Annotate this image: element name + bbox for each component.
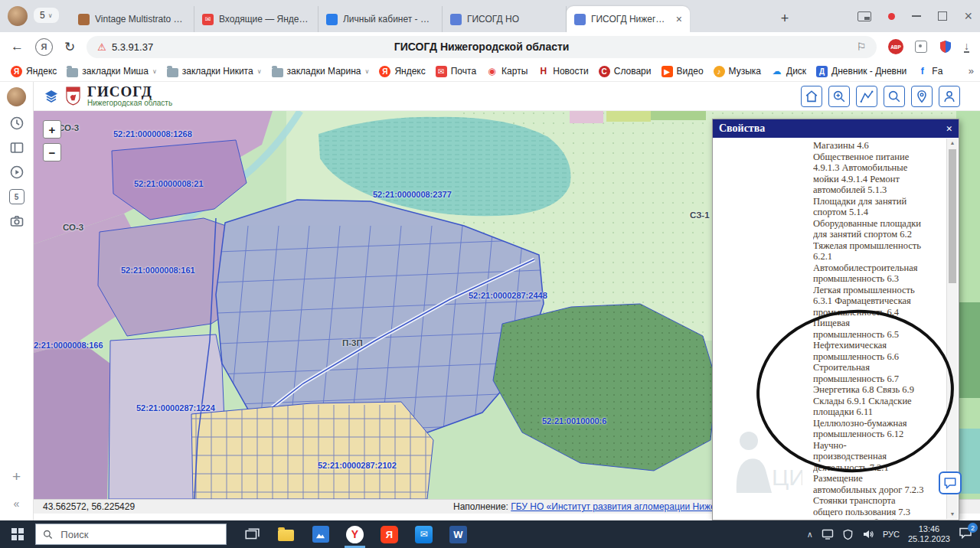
bookmark-label: Яндекс — [394, 66, 425, 77]
tab-title: Vintage Multistrato Cera — [95, 14, 186, 24]
security-shield-icon[interactable] — [842, 529, 854, 540]
media-play-icon[interactable] — [9, 165, 24, 180]
bookmark-label: Почта — [451, 66, 476, 77]
blue-app-button[interactable] — [303, 520, 338, 548]
browser-tab[interactable]: Vintage Multistrato Cera — [70, 6, 194, 32]
map-label: 52:21:0000287:1224 — [136, 403, 215, 413]
security-warning-icon[interactable]: ⚠ — [97, 41, 106, 53]
history-icon[interactable] — [9, 116, 24, 131]
task-view-button[interactable] — [234, 520, 269, 548]
browser-tab[interactable]: Личный кабинет - Мои — [318, 6, 443, 32]
bookmark-item[interactable]: ◉ Карты — [486, 66, 528, 77]
panel-scrollbar[interactable]: ▲ ▼ — [946, 139, 958, 519]
panel-close-icon[interactable]: × — [946, 122, 952, 135]
screenshot-camera-icon[interactable] — [9, 214, 24, 229]
zoom-out-button[interactable]: − — [43, 143, 61, 161]
bookmark-item[interactable]: закладки Марина ∨ — [272, 66, 370, 77]
minimize-button[interactable] — [912, 15, 921, 17]
bookmark-flag-icon[interactable]: ⚐ — [856, 41, 866, 53]
bookmark-item[interactable]: Я Яндекс — [379, 66, 425, 77]
address-bar[interactable]: ⚠ 5.3.91.37 ГИСОГД Нижегородской области… — [87, 36, 877, 58]
search-input[interactable] — [59, 528, 219, 541]
browser-tab[interactable]: ГИСОГД Нижегородск × — [567, 6, 690, 32]
browser-tab[interactable]: ГИСОГД НО — [443, 6, 567, 32]
yandex-browser-button[interactable]: Y — [338, 520, 372, 548]
layers-icon[interactable] — [44, 89, 59, 104]
extensions-icon[interactable] — [915, 41, 927, 53]
word-app-button[interactable]: W — [441, 520, 475, 548]
map-label: 2:21:0000008:166 — [34, 341, 103, 350]
tab-close-icon[interactable]: × — [676, 13, 682, 25]
profile-avatar[interactable] — [8, 6, 28, 26]
bookmarks-overflow-icon[interactable]: » — [969, 65, 974, 77]
yandex-home-button[interactable]: Я — [35, 38, 53, 56]
feedback-chat-button[interactable] — [939, 471, 962, 494]
page-title: ГИСОГД Нижегородской области — [87, 41, 877, 53]
close-window-button[interactable]: × — [964, 9, 972, 23]
app-logo: ГИСОГД Нижегородская область — [87, 85, 172, 107]
location-button[interactable] — [911, 86, 933, 107]
yandex-app-button[interactable]: Я — [372, 520, 407, 548]
back-button[interactable]: ← — [11, 39, 24, 54]
bookmark-item[interactable]: ☁ Диск — [771, 66, 806, 77]
taskbar-clock[interactable]: 13:46 25.12.2023 — [908, 524, 950, 544]
bookmark-item[interactable]: Н Новости — [537, 66, 588, 77]
volume-icon[interactable] — [862, 528, 874, 540]
property-value-line: деятельность 7.2.1 — [813, 462, 942, 474]
property-value-line: промышленность 6.12 — [813, 429, 942, 440]
property-value-line: общего пользования 7.3 — [813, 507, 942, 518]
bookmark-item[interactable]: С Словари — [599, 66, 652, 77]
zoom-controls: + − — [43, 120, 61, 161]
bookmark-favicon: ♪ — [714, 66, 725, 77]
bookmarks-bar: Я Яндекс закладки Миша ∨ закладки Никита… — [0, 61, 980, 82]
action-center-button[interactable]: 2 — [959, 527, 972, 542]
new-tab-button[interactable]: + — [775, 8, 795, 28]
download-icon[interactable]: ↓ — [964, 41, 969, 53]
zoom-in-button[interactable]: + — [43, 120, 61, 139]
institute-link[interactable]: ГБУ НО «Институт развития агломерации Ни… — [511, 501, 729, 512]
bookmark-item[interactable]: закладки Никита ∨ — [167, 66, 262, 77]
bookmark-label: Карты — [501, 66, 528, 77]
tab-count-value: 5 — [40, 10, 45, 21]
bookmark-label: закладки Марина — [287, 66, 361, 77]
zoom-extent-button[interactable] — [828, 86, 850, 107]
start-button[interactable] — [0, 520, 35, 548]
mail-app-button[interactable]: ✉ — [407, 520, 441, 548]
bookmark-item[interactable]: ✉ Почта — [436, 66, 476, 77]
browser-tab[interactable]: ✉ Входящие — Яндекс По — [194, 6, 318, 32]
bookmark-item[interactable]: Я Яндекс — [11, 66, 57, 77]
bookmark-item[interactable]: f Fa — [916, 66, 942, 77]
bookmark-item[interactable]: ♪ Музыка — [714, 66, 761, 77]
refresh-button[interactable]: ↻ — [64, 39, 75, 55]
panels-icon[interactable] — [9, 140, 24, 155]
panel-title-bar[interactable]: Свойства × — [713, 119, 959, 138]
scrollbar-thumb[interactable] — [949, 149, 956, 283]
display-icon[interactable] — [822, 528, 834, 540]
search-button[interactable] — [884, 86, 905, 107]
taskbar-search[interactable] — [35, 524, 227, 545]
language-indicator[interactable]: РУС — [883, 530, 900, 539]
measure-button[interactable] — [856, 86, 877, 107]
sidebar-avatar[interactable] — [7, 87, 26, 106]
home-button[interactable] — [801, 86, 822, 107]
bookmark-item[interactable]: закладки Миша ∨ — [67, 66, 156, 77]
adblock-badge[interactable]: ABP — [888, 39, 903, 54]
tab-favicon — [326, 14, 338, 25]
tab-favicon — [574, 14, 586, 25]
protect-shield-icon[interactable] — [939, 40, 952, 54]
file-explorer-button[interactable] — [269, 520, 303, 548]
tray-expand-icon[interactable]: ∧ — [807, 530, 813, 540]
bookmark-label: Дневник - Дневни — [831, 66, 906, 77]
bookmark-item[interactable]: ▶ Видео — [662, 66, 704, 77]
side-panel-icon[interactable] — [858, 11, 871, 21]
tab-counter[interactable]: 5 ∨ — [34, 8, 59, 23]
downloads-badge[interactable]: 5 — [9, 189, 24, 204]
sidebar-collapse-icon[interactable]: « — [14, 497, 20, 510]
bookmark-item[interactable]: Д Дневник - Дневни — [816, 66, 906, 77]
user-button[interactable] — [939, 86, 960, 107]
scroll-up-icon[interactable]: ▲ — [950, 139, 956, 148]
property-value-line: производственная — [813, 451, 942, 462]
sidebar-add-icon[interactable]: + — [12, 468, 21, 485]
maximize-button[interactable] — [938, 11, 947, 21]
scroll-down-icon[interactable]: ▼ — [947, 510, 958, 519]
